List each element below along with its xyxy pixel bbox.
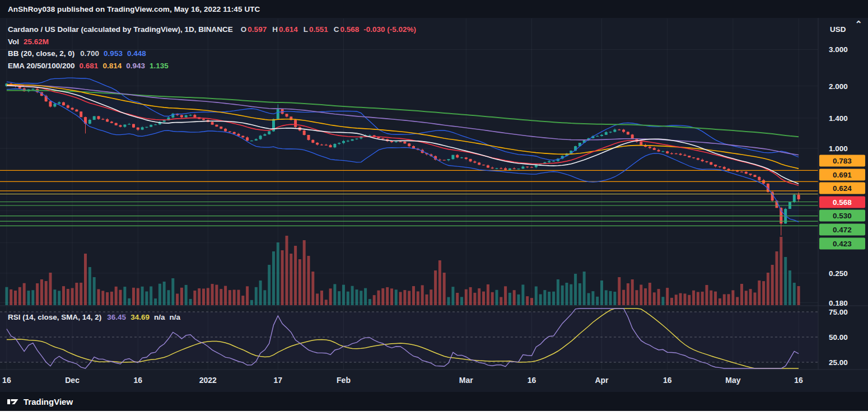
footer-bar: TradingView: [0, 392, 868, 411]
time-tick-label: Feb: [337, 376, 351, 385]
time-tick-label: 16: [794, 376, 803, 385]
ema50-value: 0.814: [102, 62, 122, 70]
time-tick-label: 17: [274, 376, 283, 385]
price-level-label: 0.423: [819, 237, 865, 249]
close-value: 0.568: [340, 25, 360, 34]
price-tick-label: 3.000: [829, 45, 848, 54]
rsi-label[interactable]: RSI (14, close, SMA, 14, 2): [8, 313, 101, 321]
last-price-label: 0.568: [819, 196, 865, 208]
ema-label[interactable]: EMA 20/50/100/200: [8, 62, 75, 70]
publish-text: AnShRoy038 published on TradingView.com,…: [8, 5, 260, 13]
volume-series: [5, 236, 800, 305]
bb-lower-value: 0.448: [127, 49, 146, 58]
publish-bar: AnShRoy038 published on TradingView.com,…: [0, 0, 868, 18]
chart-legend: Cardano / US Dollar (calculated by Tradi…: [8, 24, 416, 72]
time-tick-label: 16: [2, 376, 11, 385]
price-axis[interactable]: ⌃ USD 3.0002.0001.4001.0000.2500.18075.0…: [818, 18, 868, 370]
chevron-up-icon[interactable]: ⌃: [855, 19, 862, 30]
rsi-lower-band-value: n/a: [169, 313, 180, 321]
symbol-title[interactable]: Cardano / US Dollar (calculated by Tradi…: [8, 25, 233, 34]
open-label: O: [241, 25, 247, 34]
bb-row: BB (20, close, 2, 0) 0.700 0.953 0.448: [8, 48, 416, 60]
price-tick-label: 0.180: [829, 298, 848, 307]
time-tick-label: May: [725, 376, 740, 385]
close-label: C: [334, 25, 339, 34]
rsi-tick-label: 75.00: [829, 308, 848, 316]
volume-row: Vol 25.62M: [8, 36, 416, 48]
high-value: 0.614: [279, 25, 298, 34]
rsi-legend: RSI (14, close, SMA, 14, 2) 36.45 34.69 …: [8, 311, 180, 324]
rsi-ma-value: 34.69: [130, 313, 150, 321]
high-label: H: [272, 25, 278, 34]
bottom-strip: [0, 411, 868, 416]
symbol-row: Cardano / US Dollar (calculated by Tradi…: [8, 24, 416, 36]
price-tick-label: 0.250: [829, 269, 848, 277]
time-tick-label: Apr: [595, 376, 608, 385]
low-value: 0.551: [309, 25, 328, 34]
open-value: 0.597: [248, 25, 267, 34]
rsi-upper-band-value: n/a: [154, 313, 165, 321]
volume-value: 25.62M: [24, 38, 49, 46]
rsi-value: 36.45: [107, 313, 126, 321]
bb-label[interactable]: BB (20, close, 2, 0): [8, 49, 74, 58]
time-axis[interactable]: 16Dec16202217FebMar16Apr16May16: [0, 370, 868, 392]
price-level-label: 0.472: [819, 224, 865, 236]
time-tick-label: 16: [134, 376, 143, 385]
low-label: L: [304, 25, 308, 34]
time-tick-label: 16: [528, 376, 536, 385]
rsi-tick-label: 50.00: [829, 333, 848, 342]
change-value: -0.030 (-5.02%): [363, 25, 416, 34]
time-tick-label: Mar: [459, 376, 473, 385]
ema20-value: 0.681: [80, 62, 99, 70]
price-tick-label: 2.000: [829, 82, 848, 90]
ema100-value: 0.943: [126, 62, 145, 70]
volume-label[interactable]: Vol: [8, 38, 19, 46]
time-tick-label: Dec: [65, 376, 80, 385]
horizontal-levels[interactable]: [0, 170, 818, 226]
price-level-label: 0.624: [819, 183, 865, 194]
ema-row: EMA 20/50/100/200 0.681 0.814 0.943 1.13…: [8, 60, 416, 72]
rsi-tick-label: 25.00: [829, 358, 848, 367]
time-tick-label: 2022: [199, 376, 217, 385]
tradingview-wordmark[interactable]: TradingView: [24, 397, 73, 406]
tradingview-logo-icon[interactable]: [7, 396, 19, 406]
rsi-row: RSI (14, close, SMA, 14, 2) 36.45 34.69 …: [8, 311, 180, 324]
ema200-value: 1.135: [150, 62, 169, 70]
currency-label: USD: [830, 25, 846, 34]
price-tick-label: 1.000: [829, 144, 848, 153]
price-tick-label: 1.400: [829, 114, 848, 122]
time-tick-label: 16: [663, 376, 672, 385]
price-level-label: 0.691: [819, 169, 865, 180]
bb-basis-value: 0.700: [80, 49, 99, 58]
bb-upper-value: 0.953: [104, 49, 123, 58]
bollinger-fill: [7, 78, 799, 222]
tradingview-snapshot: AnShRoy038 published on TradingView.com,…: [0, 0, 868, 416]
price-level-label: 0.783: [819, 155, 865, 167]
price-level-label: 0.530: [819, 210, 865, 222]
